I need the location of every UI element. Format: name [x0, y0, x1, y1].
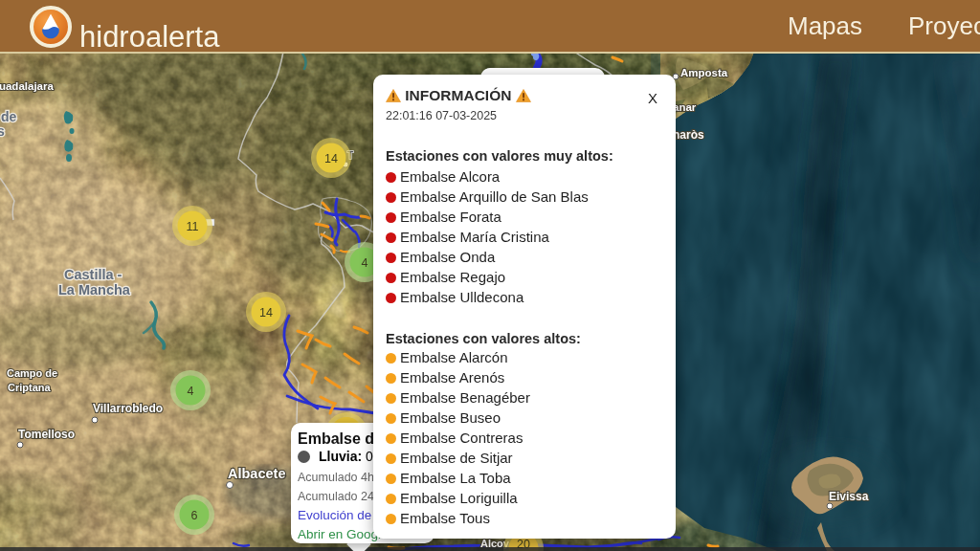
svg-text:Amposta: Amposta [680, 67, 728, 78]
svg-text:6: 6 [191, 509, 198, 522]
svg-text:Eivissa: Eivissa [829, 490, 869, 503]
svg-text:s: s [0, 123, 5, 139]
svg-text:anar: anar [673, 101, 697, 113]
svg-text:Albacete: Albacete [228, 466, 285, 481]
svg-text:Campo de: Campo de [7, 367, 57, 379]
svg-text:La Mancha: La Mancha [58, 282, 131, 298]
svg-text:14: 14 [324, 152, 338, 165]
svg-text:11: 11 [187, 220, 199, 233]
svg-text:de: de [1, 109, 17, 124]
svg-text:Villarrobledo: Villarrobledo [93, 402, 163, 415]
svg-text:4: 4 [188, 385, 194, 398]
svg-text:Criptana: Criptana [8, 382, 52, 393]
svg-text:Guadalajara: Guadalajara [0, 80, 54, 92]
svg-text:4: 4 [362, 256, 368, 270]
svg-text:Castilla -: Castilla - [64, 267, 122, 282]
svg-text:naròs: naròs [673, 128, 704, 142]
svg-text:14: 14 [259, 306, 273, 320]
svg-text:Tomelloso: Tomelloso [18, 428, 75, 441]
